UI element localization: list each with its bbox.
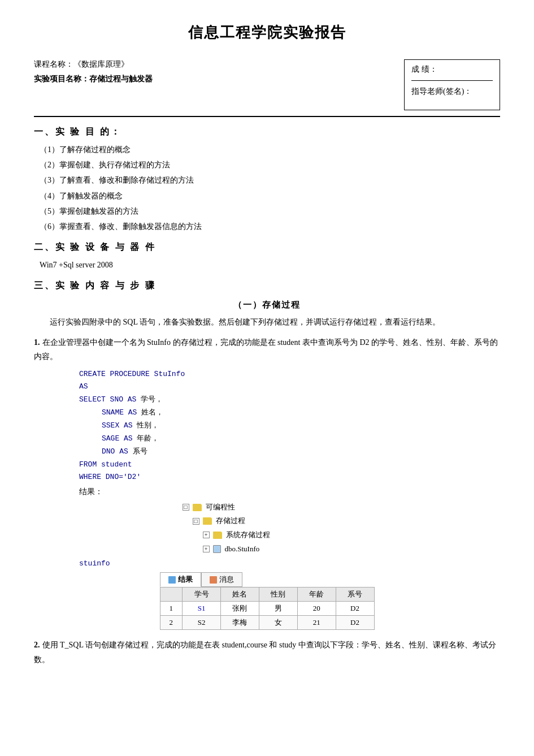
th-sname: 姓名 (221, 587, 259, 602)
item-icon-3 (213, 545, 221, 553)
s1-item-6: （6）掌握查看、修改、删除触发器信息的方法 (40, 219, 500, 234)
td-ssex-2: 女 (259, 616, 297, 630)
th-sno: 学号 (183, 587, 221, 602)
experiment-name: 实验项目名称：存储过程与触发器 (34, 74, 393, 84)
tree-row-2: + 系统存储过程 (203, 528, 352, 542)
tree-view: □ 可编程性 □ 存储过程 + 系统存储过程 + dbo.StuInfo (183, 500, 352, 556)
s1-item-5: （5）掌握创建触发器的方法 (40, 204, 500, 218)
section2-content: Win7 +Sql server 2008 (40, 258, 500, 272)
tree-row-0: □ 可编程性 (183, 500, 352, 515)
code-line-8: FROM student (79, 459, 500, 471)
code-block: CREATE PROCEDURE StuInfo AS SELECT SNO A… (79, 368, 500, 483)
th-ssex: 性别 (259, 587, 297, 602)
td-sno-1: S1 (183, 602, 221, 616)
score-box: 成 绩： 指导老师(签名)： (404, 59, 500, 110)
folder-icon-1 (203, 517, 212, 525)
table-row: 1 S1 张刚 男 20 D2 (160, 602, 374, 616)
s1-item-1: （1）了解存储过程的概念 (40, 142, 500, 157)
th-dno: 系号 (336, 587, 374, 602)
code-line-9: WHERE DNO='D2' (79, 471, 500, 483)
code-line-3: SELECT SNO AS 学号， (79, 393, 500, 406)
tree-collapse-0[interactable]: □ (183, 504, 189, 511)
tree-collapse-2[interactable]: + (203, 532, 210, 538)
td-dno-2: D2 (336, 616, 374, 630)
s1-item-2: （2）掌握创建、执行存储过程的方法 (40, 158, 500, 172)
task1-description: 在企业管理器中创建一个名为 StuInfo 的存储过程，完成的功能是在 stud… (34, 338, 498, 361)
code-line-7: DNO AS 系号 (102, 445, 500, 458)
folder-icon-0 (193, 504, 202, 511)
section1-content: （1）了解存储过程的概念 （2）掌握创建、执行存储过程的方法 （3）了解查看、修… (40, 142, 500, 234)
td-sname-1: 张刚 (221, 602, 259, 616)
th-rownum (160, 587, 183, 602)
s1-item-3: （3）了解查看、修改和删除存储过程的方法 (40, 173, 500, 187)
td-ssex-1: 男 (259, 602, 297, 616)
data-table: 学号 姓名 性别 年龄 系号 1 S1 张刚 男 20 D2 2 S2 李梅 女… (160, 587, 375, 630)
task2-desc: 2.使用 T_SQL 语句创建存储过程，完成的功能是在表 student,cou… (34, 638, 500, 666)
code-line-2: AS (79, 381, 500, 393)
result-table-wrapper: 结果 消息 学号 姓名 性别 年龄 系号 1 S1 张刚 男 20 (160, 572, 375, 630)
tree-collapse-3[interactable]: + (203, 546, 210, 552)
td-sage-2: 21 (297, 616, 336, 630)
td-idx-1: 1 (160, 602, 183, 616)
td-dno-1: D2 (336, 602, 374, 616)
stuinfo-label: stuinfo (79, 559, 500, 568)
tree-row-3: + dbo.StuInfo (203, 542, 352, 556)
s1-item-4: （4）了解触发器的概念 (40, 189, 500, 203)
folder-icon-2 (213, 532, 222, 539)
result-tabs: 结果 消息 (160, 572, 375, 587)
code-line-4: SNAME AS 姓名， (102, 406, 500, 419)
tree-collapse-1[interactable]: □ (193, 518, 199, 525)
course-label: 课程名称： (34, 60, 73, 68)
tree-label-3: dbo.StuInfo (225, 542, 260, 556)
task1-label: 1. (34, 338, 40, 347)
td-sno-2: S2 (183, 616, 221, 630)
table-header-row: 学号 姓名 性别 年龄 系号 (160, 587, 374, 602)
table-row: 2 S2 李梅 女 21 D2 (160, 616, 374, 630)
teacher-row: 指导老师(签名)： (411, 87, 493, 97)
tree-label-1: 存储过程 (216, 514, 245, 528)
td-sname-2: 李梅 (221, 616, 259, 630)
result-label: 结果： (79, 487, 500, 497)
code-line-6: SAGE AS 年龄， (102, 432, 500, 445)
tree-row-1: □ 存储过程 (193, 514, 352, 528)
divider (34, 116, 500, 117)
task1-desc: 1.在企业管理器中创建一个名为 StuInfo 的存储过程，完成的功能是在 st… (34, 335, 500, 364)
td-idx-2: 2 (160, 616, 183, 630)
result-tab-label-1: 消息 (219, 574, 234, 585)
section3-title: 三、实 验 内 容 与 步 骤 (34, 280, 500, 292)
th-sage: 年龄 (297, 587, 336, 602)
tree-label-2: 系统存储过程 (226, 528, 270, 542)
subsection1-title: （一）存储过程 (34, 300, 500, 310)
s2-content: Win7 +Sql server 2008 (40, 258, 500, 272)
section1-title: 一、实 验 目 的： (34, 126, 500, 138)
result-tab-icon (168, 576, 176, 584)
header-left: 课程名称：《数据库原理》 实验项目名称：存储过程与触发器 (34, 59, 393, 89)
td-sage-1: 20 (297, 602, 336, 616)
code-line-5: SSEX AS 性别， (102, 419, 500, 432)
code-line-1: CREATE PROCEDURE StuInfo (79, 368, 500, 381)
course-value: 《数据库原理》 (73, 60, 129, 68)
course-name: 课程名称：《数据库原理》 (34, 59, 393, 70)
result-tab-messages[interactable]: 消息 (201, 572, 242, 587)
task2-description: 使用 T_SQL 语句创建存储过程，完成的功能是在表 student,cours… (34, 641, 496, 663)
tree-label-0: 可编程性 (206, 500, 235, 515)
experiment-label: 实验项目名称： (34, 75, 89, 83)
result-tab-label-0: 结果 (178, 574, 193, 585)
score-row: 成 绩： (411, 64, 493, 81)
intro-text: 运行实验四附录中的 SQL 语句，准备实验数据。然后创建下列存储过程，并调试运行… (34, 315, 500, 329)
result-tab-results[interactable]: 结果 (160, 572, 201, 587)
header-section: 课程名称：《数据库原理》 实验项目名称：存储过程与触发器 成 绩： 指导老师(签… (34, 59, 500, 110)
result-tab-icon2 (210, 576, 217, 584)
experiment-value: 存储过程与触发器 (89, 75, 153, 83)
task2-label: 2. (34, 641, 40, 649)
section2-title: 二、实 验 设 备 与 器 件 (34, 241, 500, 253)
page-title: 信息工程学院实验报告 (34, 23, 500, 42)
